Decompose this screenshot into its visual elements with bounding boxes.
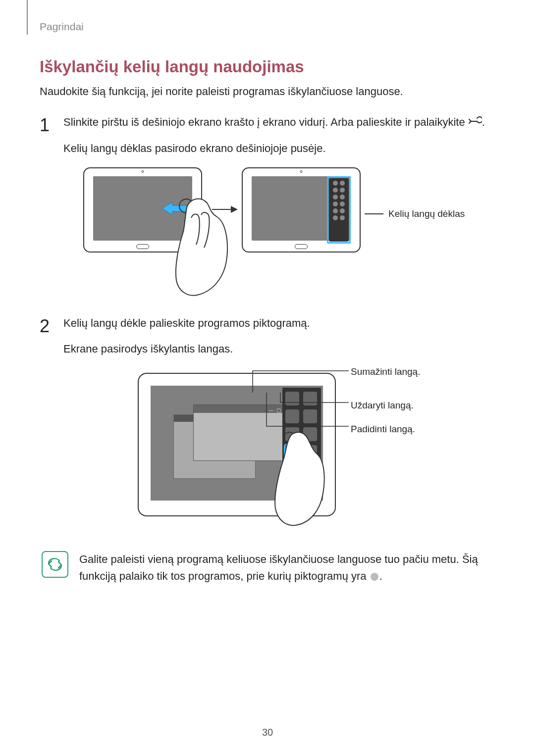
figure-1: Kelių langų dėklas [83,167,509,296]
back-hold-icon [468,113,482,132]
callout-tray-label: Kelių langų dėklas [388,206,465,222]
step2-text-a: Kelių langų dėkle palieskite programos p… [63,317,310,329]
hand-tap-icon [271,427,326,526]
step-number: 1 [40,110,50,140]
note-text-a: Galite paleisti vieną programą keliuose … [79,553,478,582]
step-1: 1 Slinkite pirštu iš dešiniojo ekrano kr… [40,113,495,296]
note-text-b: . [379,570,382,582]
tablet-after [242,167,361,252]
transition-arrow-icon [211,202,238,217]
breadcrumb: Pagrindai [40,21,495,33]
step-number: 2 [40,311,50,341]
svg-marker-3 [231,206,238,213]
callout-maximize: Padidinti langą. [351,421,415,437]
page-number: 30 [262,727,273,738]
step-2: 2 Kelių langų dėkle palieskite programos… [40,314,495,531]
multiwindow-tray [329,178,349,242]
multiwindow-badge-icon [371,573,378,581]
note-icon [42,551,68,578]
figure-2: — ▢ ✕ [138,368,535,531]
section-title: Iškylančių kelių langų naudojimas [40,57,495,76]
step1-text-a: Slinkite pirštu iš dešiniojo ekrano kraš… [63,116,468,128]
callout-minimize: Sumažinti langą. [351,364,420,380]
minimize-icon: — [268,406,273,414]
callout-close: Uždaryti langą. [351,398,414,413]
step1-text-b: . [482,116,485,128]
side-rule [27,0,28,35]
step2-text-c: Ekrane pasirodys iškylantis langas. [63,340,495,358]
maximize-icon: ▢ [276,406,281,414]
intro-text: Naudokite šią funkciją, jei norite palei… [40,85,495,98]
step1-text-c: Kelių langų dėklas pasirodo ekrano dešin… [63,139,495,157]
note-box: Galite paleisti vieną programą keliuose … [40,550,495,585]
callout-tray: Kelių langų dėklas [365,206,508,222]
